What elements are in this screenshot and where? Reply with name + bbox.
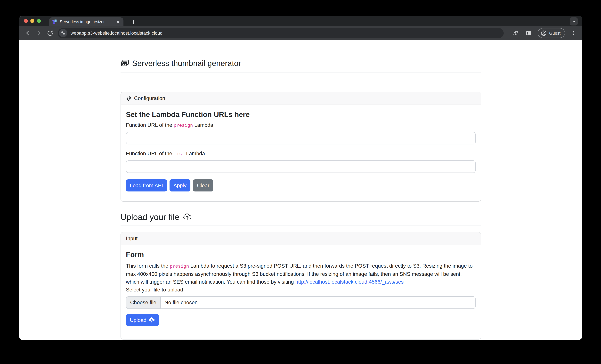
url-text[interactable]: webapp.s3-website.localhost.localstack.c… xyxy=(70,30,162,36)
upload-button[interactable]: Upload xyxy=(126,314,159,326)
file-input[interactable]: Choose file No file chosen xyxy=(126,296,475,309)
input-card-header: Input xyxy=(121,232,481,245)
presign-code-inline: presign xyxy=(170,264,189,269)
input-card-title: Input xyxy=(126,235,138,243)
tab-search-chevron-button[interactable] xyxy=(570,17,578,25)
list-code: list xyxy=(174,151,185,157)
list-url-label: Function URL of the list Lambda xyxy=(126,150,475,158)
forward-icon[interactable] xyxy=(34,29,43,38)
file-select-label: Select your file to upload xyxy=(126,286,475,294)
profile-button[interactable]: Guest xyxy=(538,28,565,38)
load-from-api-button[interactable]: Load from API xyxy=(126,179,167,192)
browser-tab[interactable]: Serverless image resizer xyxy=(49,17,123,26)
window-close-button[interactable] xyxy=(24,19,28,23)
guest-avatar-icon xyxy=(541,30,547,36)
cloud-upload-outline-icon xyxy=(183,212,192,222)
page-title-text: Serverless thumbnail generator xyxy=(132,58,241,69)
tab-strip: Serverless image resizer xyxy=(19,16,582,26)
back-icon[interactable] xyxy=(23,29,32,38)
web-page: Serverless thumbnail generator Co xyxy=(19,40,582,340)
reload-icon[interactable] xyxy=(45,29,55,38)
gear-icon xyxy=(126,96,131,101)
configuration-card-title: Configuration xyxy=(134,94,165,102)
tab-close-icon[interactable] xyxy=(115,19,120,24)
upload-section-heading: Upload your file xyxy=(120,212,481,222)
presign-url-input[interactable] xyxy=(126,132,475,144)
browser-window: Serverless image resizer xyxy=(19,16,582,340)
window-controls xyxy=(24,19,41,23)
form-description: This form calls the presign Lambda to re… xyxy=(126,262,475,286)
config-buttons: Load from API Apply Clear xyxy=(126,179,475,192)
presign-code: presign xyxy=(174,123,193,128)
tab-title: Serverless image resizer xyxy=(60,20,113,24)
cloud-upload-filled-icon xyxy=(149,317,155,323)
browser-menu-icon[interactable] xyxy=(569,29,578,38)
configuration-card-header: Configuration xyxy=(121,92,481,105)
page-title: Serverless thumbnail generator xyxy=(120,58,481,69)
list-url-input[interactable] xyxy=(126,161,475,173)
address-bar[interactable]: webapp.s3-website.localhost.localstack.c… xyxy=(58,28,504,38)
presign-url-label: Function URL of the presign Lambda xyxy=(126,121,475,129)
favicon-localstack-icon xyxy=(52,19,57,24)
new-tab-button[interactable] xyxy=(129,18,138,26)
screen: Serverless image resizer xyxy=(0,0,601,364)
browser-toolbar: webapp.s3-website.localhost.localstack.c… xyxy=(19,26,582,40)
config-heading: Set the Lambda Function URLs here xyxy=(126,110,475,119)
input-card: Input Form This form calls the presign L… xyxy=(120,232,481,340)
window-zoom-button[interactable] xyxy=(37,19,41,23)
clear-button[interactable]: Clear xyxy=(193,179,213,192)
upload-button-label: Upload xyxy=(130,316,146,324)
title-divider xyxy=(120,72,481,73)
performance-leaf-icon[interactable] xyxy=(511,29,520,38)
window-minimize-button[interactable] xyxy=(30,19,34,23)
upload-divider xyxy=(120,225,481,225)
profile-label: Guest xyxy=(549,30,561,35)
side-panel-icon[interactable] xyxy=(524,29,533,38)
site-settings-icon[interactable] xyxy=(59,29,67,37)
images-icon xyxy=(120,59,129,68)
choose-file-button[interactable]: Choose file xyxy=(126,297,160,308)
configuration-card: Configuration Set the Lambda Function UR… xyxy=(120,92,481,202)
file-chosen-status: No file chosen xyxy=(160,297,201,308)
form-heading: Form xyxy=(126,250,475,259)
upload-heading-text: Upload your file xyxy=(120,212,179,222)
apply-button[interactable]: Apply xyxy=(170,179,190,192)
ses-link[interactable]: http://localhost.localstack.cloud:4566/_… xyxy=(295,279,404,285)
